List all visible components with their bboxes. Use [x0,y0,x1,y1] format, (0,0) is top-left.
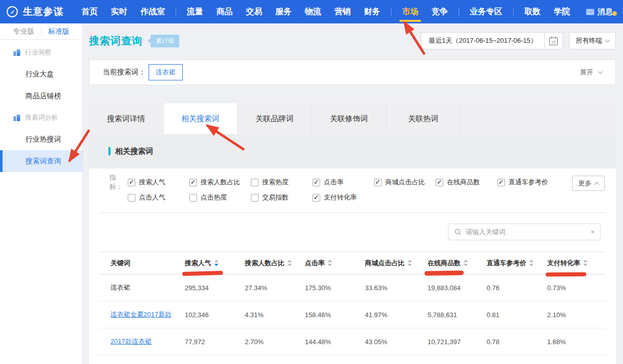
nav-item-marketing[interactable]: 营销 [328,0,357,23]
filter-search-heat: 搜索热度 [251,178,313,187]
col-ztc-reference-price[interactable]: 直通车参考价 [487,259,547,268]
checkbox[interactable] [128,179,135,186]
expand-label: 展开 [580,68,593,76]
cell-value: 2.10% [547,311,606,319]
more-button[interactable]: 更多 [572,176,605,191]
nav-item-competition[interactable]: 竞争 [425,0,455,23]
checkbox[interactable] [436,179,443,186]
tab-related-brand-words[interactable]: 关联品牌词 [238,103,312,134]
checkbox[interactable] [251,179,259,186]
nav-item-realtime[interactable]: 实时 [104,0,134,23]
metric-filters: 指标： 搜索人气 搜索人数占比 搜索热度 点击 [89,169,616,203]
col-online-products[interactable]: 在线商品数 [428,259,487,268]
nav-item-finance[interactable]: 财务 [357,0,387,23]
table-row: 连衣裙女夏2017新款 102,346 4.31% 158.46% 41.97%… [99,301,606,328]
top-nav: 生意参谋 首页 实时 作战室 流量 商品 交易 服务 物流 营销 财务 市场 竞… [0,0,623,23]
section-content: 指标： 搜索人气 搜索人数占比 搜索热度 点击 [89,169,616,364]
sort-icon[interactable] [408,260,412,266]
nav-divider [459,8,459,16]
section-accent-bar [108,147,110,155]
sidebar-item-search-term-query[interactable]: 搜索词查询 [0,150,82,172]
checkbox[interactable] [497,179,505,186]
divider [41,28,42,35]
envelope-icon [586,9,594,15]
nav-item-service[interactable]: 服务 [269,0,298,23]
nav-item-trade[interactable]: 交易 [239,0,269,23]
sort-icon[interactable] [583,260,587,266]
cell-keyword-link[interactable]: 连衣裙女夏2017新款 [110,310,185,319]
main-content: 搜索词查询 累计值 最近1天（2017-06-15~2017-06-15） 15… [89,23,616,364]
col-keyword: 关键词 [110,259,185,268]
sidebar-group-search-term-analysis[interactable]: 搜索词分析 [0,107,82,128]
table-header-row: 关键词 搜索人气 搜索人数占比 点击率 商城点击占 [99,252,606,274]
sidebar-item-industry-overview[interactable]: 行业大盘 [0,63,82,85]
nav-item-business-zone[interactable]: 业务专区 [463,0,509,23]
cell-keyword: 连衣裙 [110,283,185,292]
expand-toggle[interactable]: 展开 [580,68,602,77]
col-searcher-share[interactable]: 搜索人数占比 [245,259,305,268]
nav-item-war-room[interactable]: 作战室 [134,0,172,23]
cell-keyword-link[interactable]: 2017款连衣裙 [110,337,185,346]
filter-label: 在线商品数 [447,178,480,187]
checkbox[interactable] [313,179,320,186]
sidebar-tab-standard[interactable]: 标准版 [48,27,70,36]
sort-icon[interactable] [214,260,218,266]
sidebar-tab-pro[interactable]: 专业版 [13,27,35,36]
filter-click-heat: 点击热度 [189,193,251,202]
col-search-popularity[interactable]: 搜索人气 [185,259,245,268]
checkbox[interactable] [313,194,320,202]
nav-item-logistics[interactable]: 物流 [298,0,328,23]
checkbox[interactable] [128,194,135,202]
current-term-chip[interactable]: 连衣裙 [149,64,183,80]
sort-icon[interactable] [529,260,533,266]
cell-value: 1.68% [547,338,606,346]
sort-icon[interactable] [288,260,292,266]
sidebar-version-tabs: 专业版 标准版 [0,23,82,40]
tab-related-hot-words[interactable]: 关联热词 [386,103,461,134]
nav-item-goods[interactable]: 商品 [210,0,239,23]
cell-value: 19,883,084 [428,284,487,292]
checkbox[interactable] [189,194,197,202]
message-button[interactable]: 消息 [586,7,623,17]
col-payment-conversion[interactable]: 支付转化率 [547,259,606,268]
nav-item-traffic[interactable]: 流量 [180,0,210,23]
checkbox[interactable] [251,194,259,202]
building-icon [13,49,20,56]
filter-label: 搜索人数占比 [201,178,240,187]
filter-trade-index: 交易指数 [251,193,313,202]
checkbox[interactable] [189,179,197,186]
nav-item-academy[interactable]: 学院 [547,0,577,23]
page-header: 搜索词查询 累计值 最近1天（2017-06-15~2017-06-15） 15… [89,32,616,50]
col-mall-click-share[interactable]: 商城点击占比 [365,259,428,268]
tab-search-term-detail[interactable]: 搜索词详情 [89,103,163,134]
checkbox[interactable] [374,179,382,186]
nav-item-home[interactable]: 首页 [75,0,104,23]
sidebar-group-industry-insight[interactable]: 行业洞察 [0,42,82,63]
column-label: 关键词 [110,259,130,268]
column-label: 搜索人气 [185,259,211,268]
search-row: × [89,213,616,240]
col-click-rate[interactable]: 点击率 [305,259,365,268]
tab-related-search-terms[interactable]: 相关搜索词 [163,103,238,134]
sidebar-item-industry-hot-words[interactable]: 行业热搜词 [0,128,82,150]
brand[interactable]: 生意参谋 [0,5,64,18]
tab-related-modifier-words[interactable]: 关联修饰词 [312,103,386,134]
terminal-filter-dropdown[interactable]: 所有终端 [569,32,616,49]
date-range-picker[interactable]: 最近1天（2017-06-15~2017-06-15） 15 [421,32,563,49]
clear-icon[interactable]: × [590,228,594,236]
more-label: 更多 [578,179,591,188]
sidebar-item-product-shop-rank[interactable]: 商品店铺榜 [0,85,82,107]
filter-label: 点击人气 [139,193,165,202]
compass-logo-icon [6,6,18,18]
sort-icon[interactable] [328,260,332,266]
column-label: 直通车参考价 [487,259,526,268]
filter-click-popularity: 点击人气 [128,193,189,202]
nav-item-data-fetch[interactable]: 取数 [518,0,547,23]
filter-label: 搜索热度 [262,178,289,187]
header-controls: 最近1天（2017-06-15~2017-06-15） 15 所有终端 [421,32,616,49]
calendar-button[interactable]: 15 [544,33,562,49]
nav-item-market[interactable]: 市场 [395,0,425,23]
keyword-search-input[interactable] [466,228,586,236]
sort-icon[interactable] [464,260,468,266]
tabs-bar: 搜索词详情 相关搜索词 关联品牌词 关联修饰词 关联热词 [89,103,616,134]
